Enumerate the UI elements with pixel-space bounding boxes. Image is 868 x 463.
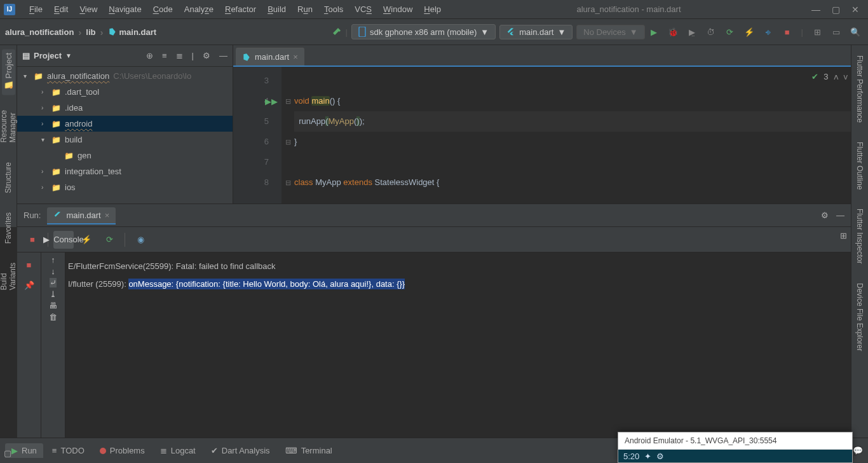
pin-icon[interactable]: 📌 bbox=[21, 277, 37, 293]
project-panel-title[interactable]: ▤ Project ▼ bbox=[22, 51, 72, 60]
sb-todo[interactable]: ≡TODO bbox=[46, 443, 91, 458]
sb-logcat[interactable]: ≣Logcat bbox=[154, 443, 202, 458]
attach-icon[interactable]: ⎆ bbox=[763, 27, 773, 37]
folder-icon: 📁 bbox=[64, 151, 74, 160]
separator: | bbox=[192, 51, 194, 60]
stop-icon[interactable]: ■ bbox=[21, 256, 37, 273]
run-icon[interactable]: ▶ bbox=[649, 27, 659, 37]
menu-view[interactable]: View bbox=[74, 3, 102, 16]
chevron-down-icon[interactable]: v bbox=[844, 72, 848, 81]
print-icon[interactable]: 🖶 bbox=[49, 301, 57, 310]
editor-tab-label: main.dart bbox=[255, 52, 289, 62]
left-tab-favorites[interactable]: Favorites bbox=[2, 209, 15, 247]
close-tab-icon[interactable]: × bbox=[105, 211, 110, 220]
chevron-up-icon[interactable]: ʌ bbox=[834, 72, 839, 81]
avd-icon[interactable]: ▭ bbox=[831, 27, 841, 37]
scroll-end-icon[interactable]: ⤓ bbox=[50, 289, 57, 299]
debug-icon[interactable]: 🐞 bbox=[668, 27, 678, 37]
console-output[interactable]: E/FlutterFcmService(25599): Fatal: faile… bbox=[65, 252, 851, 438]
search-icon[interactable]: 🔍 bbox=[850, 27, 860, 37]
right-tool-strip: Flutter Performance Flutter Outline Flut… bbox=[851, 45, 868, 438]
flash-icon[interactable]: ⚡ bbox=[76, 231, 97, 249]
flutter-icon: ✦ bbox=[644, 452, 651, 461]
left-tab-build-variants[interactable]: Build Variants bbox=[0, 259, 19, 294]
profile-icon[interactable]: ⏱ bbox=[706, 27, 716, 37]
right-tab-flutter-performance[interactable]: Flutter Performance bbox=[853, 52, 866, 127]
menu-window[interactable]: Window bbox=[378, 3, 417, 16]
menu-tools[interactable]: Tools bbox=[319, 3, 348, 16]
hot-reload-icon[interactable]: ⟳ bbox=[725, 27, 735, 37]
left-tab-project[interactable]: 📁Project bbox=[2, 49, 15, 95]
menu-code[interactable]: Code bbox=[148, 3, 178, 16]
tree-item[interactable]: ›📁ios bbox=[17, 179, 233, 195]
up-arrow-icon[interactable]: ↑ bbox=[51, 255, 55, 265]
menu-analyze[interactable]: Analyze bbox=[179, 3, 219, 16]
collapse-all-icon[interactable]: ≣ bbox=[176, 51, 183, 60]
left-tab-resource-manager[interactable]: Resource Manager bbox=[0, 106, 19, 146]
minimize-icon[interactable]: — bbox=[811, 4, 820, 15]
tree-item-android[interactable]: ›📁android bbox=[17, 116, 233, 132]
layout-icon[interactable]: ⊞ bbox=[840, 231, 847, 240]
menu-edit[interactable]: Edit bbox=[49, 3, 73, 16]
menu-file[interactable]: File bbox=[24, 3, 48, 16]
breadcrumb-project[interactable]: alura_notification bbox=[5, 27, 74, 37]
gear-icon[interactable]: ⚙ bbox=[203, 51, 210, 60]
sb-problems[interactable]: Problems bbox=[93, 443, 151, 458]
run-config-selector[interactable]: main.dart ▼ bbox=[499, 25, 573, 39]
menu-build[interactable]: Build bbox=[262, 3, 291, 16]
expand-arrow-icon[interactable]: ▾ bbox=[24, 73, 30, 79]
editor-tab-main[interactable]: main.dart × bbox=[236, 48, 304, 66]
hide-icon[interactable]: — bbox=[836, 211, 844, 220]
layout-icon[interactable]: ⊞ bbox=[812, 27, 822, 37]
close-icon[interactable]: ✕ bbox=[851, 4, 859, 15]
emulator-popup[interactable]: Android Emulator - 5.1_WVGA_API_30:5554 … bbox=[618, 432, 853, 463]
titlebar: IJ File Edit View Navigate Code Analyze … bbox=[0, 0, 868, 19]
expand-all-icon[interactable]: ≡ bbox=[162, 51, 167, 60]
menu-navigate[interactable]: Navigate bbox=[104, 3, 146, 16]
close-tab-icon[interactable]: × bbox=[293, 52, 298, 62]
tool-window-quick-access-icon[interactable]: ▢ bbox=[4, 448, 11, 458]
hammer-icon[interactable] bbox=[332, 27, 342, 37]
console-tab[interactable]: ▶Console bbox=[53, 231, 74, 249]
restart-icon[interactable]: ⟳ bbox=[99, 231, 119, 249]
inspection-status[interactable]: ✔ 3 ʌ v bbox=[811, 72, 848, 81]
maximize-icon[interactable]: ▢ bbox=[832, 4, 840, 15]
right-tab-device-file-explorer[interactable]: Device File Explorer bbox=[853, 279, 866, 355]
menu-refactor[interactable]: Refactor bbox=[220, 3, 261, 16]
tree-item[interactable]: ▾📁build bbox=[17, 132, 233, 148]
coverage-icon[interactable]: ▶̤ bbox=[687, 27, 697, 37]
sb-terminal[interactable]: ⌨Terminal bbox=[279, 443, 339, 458]
gear-icon[interactable]: ⚙ bbox=[821, 211, 829, 220]
stop-icon[interactable]: ■ bbox=[782, 27, 792, 37]
tree-root[interactable]: ▾ 📁 alura_notification C:\Users\Leonardo… bbox=[17, 68, 233, 84]
devtools-icon[interactable]: ◉ bbox=[130, 231, 151, 249]
breadcrumb-file[interactable]: main.dart bbox=[119, 27, 157, 37]
right-tab-flutter-outline[interactable]: Flutter Outline bbox=[853, 138, 866, 193]
menu-run[interactable]: Run bbox=[292, 3, 318, 16]
left-tab-structure[interactable]: Structure bbox=[2, 158, 15, 197]
run-panel: Run: main.dart × ⚙ — ■ ▶Console ⚡ ⟳ ◉ ⊞ … bbox=[17, 204, 851, 438]
folder-icon: 📁 bbox=[51, 167, 61, 176]
sb-dart-analysis[interactable]: ✔Dart Analysis bbox=[205, 443, 276, 458]
tree-item[interactable]: ›📁integration_test bbox=[17, 163, 233, 179]
tree-item[interactable]: 📁gen bbox=[17, 148, 233, 163]
right-tab-flutter-inspector[interactable]: Flutter Inspector bbox=[853, 205, 866, 268]
event-log-icon[interactable]: 💬 bbox=[853, 446, 863, 455]
hide-icon[interactable]: — bbox=[219, 51, 227, 60]
clear-icon[interactable]: 🗑 bbox=[49, 312, 57, 322]
breadcrumb-folder[interactable]: lib bbox=[86, 27, 95, 37]
locate-icon[interactable]: ⊕ bbox=[146, 51, 153, 60]
breadcrumb[interactable]: alura_notification › lib › main.dart bbox=[5, 27, 156, 38]
device-selector[interactable]: sdk gphone x86 arm (mobile) ▼ bbox=[351, 24, 496, 39]
no-devices[interactable]: No Devices ▼ bbox=[576, 25, 644, 39]
flash-icon[interactable]: ⚡ bbox=[744, 27, 754, 37]
down-arrow-icon[interactable]: ↓ bbox=[51, 266, 55, 276]
separator: | bbox=[346, 27, 348, 37]
menu-vcs[interactable]: VCS bbox=[349, 3, 377, 16]
tree-item[interactable]: ›📁.idea bbox=[17, 100, 233, 116]
soft-wrap-icon[interactable]: ⤶ bbox=[50, 278, 57, 287]
run-panel-tab[interactable]: main.dart × bbox=[47, 207, 116, 225]
selected-text: onMessage: {notification: {title: Hello … bbox=[128, 279, 405, 289]
menu-help[interactable]: Help bbox=[419, 3, 446, 16]
tree-item[interactable]: ›📁.dart_tool bbox=[17, 84, 233, 100]
